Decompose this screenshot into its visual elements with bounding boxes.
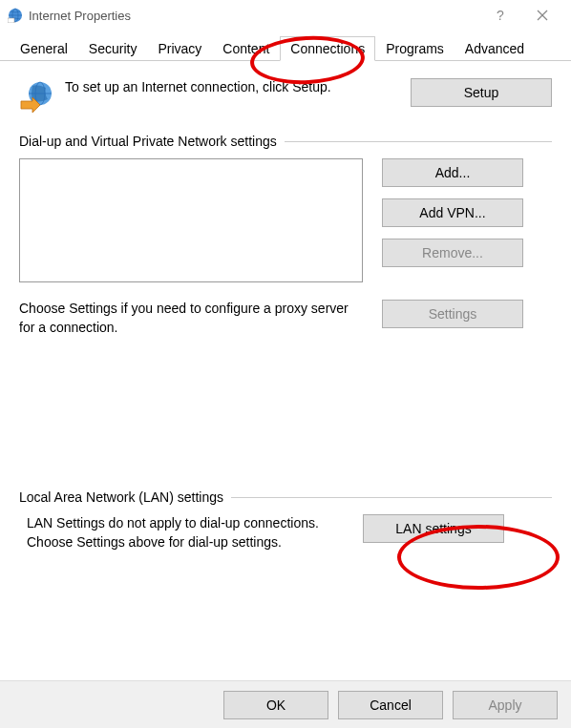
lan-description: LAN Settings do not apply to dial-up con… (19, 514, 344, 551)
apply-button[interactable]: Apply (453, 691, 558, 719)
tab-advanced[interactable]: Advanced (455, 36, 535, 60)
tab-privacy[interactable]: Privacy (147, 36, 212, 60)
dialog-button-bar: OK Cancel Apply (0, 680, 571, 728)
tab-programs[interactable]: Programs (375, 36, 455, 60)
divider (285, 141, 552, 142)
dialup-listbox[interactable] (19, 158, 363, 282)
tab-security[interactable]: Security (78, 36, 148, 60)
cancel-button[interactable]: Cancel (338, 691, 443, 719)
tab-content-area: To set up an Internet connection, click … (0, 61, 571, 569)
window-title: Internet Properties (29, 9, 479, 23)
setup-button[interactable]: Setup (411, 78, 552, 107)
remove-button[interactable]: Remove... (382, 239, 523, 267)
dialup-section-header: Dial-up and Virtual Private Network sett… (19, 134, 552, 149)
tab-general[interactable]: General (10, 36, 78, 60)
titlebar: Internet Properties ? (0, 0, 571, 31)
settings-description: Choose Settings if you need to configure… (19, 300, 363, 337)
help-button[interactable]: ? (479, 2, 521, 29)
tab-content[interactable]: Content (212, 36, 280, 60)
tab-connections[interactable]: Connections (280, 36, 375, 61)
internet-options-icon (8, 8, 23, 23)
lan-settings-button[interactable]: LAN settings (363, 514, 504, 543)
svg-rect-3 (8, 18, 14, 23)
lan-section-header: Local Area Network (LAN) settings (19, 489, 552, 505)
divider (231, 497, 552, 498)
settings-button[interactable]: Settings (382, 300, 523, 328)
globe-arrow-icon (19, 80, 53, 114)
add-vpn-button[interactable]: Add VPN... (382, 198, 523, 227)
tab-bar: General Security Privacy Content Connect… (0, 31, 571, 61)
add-button[interactable]: Add... (382, 158, 523, 187)
setup-description: To set up an Internet connection, click … (65, 78, 399, 97)
ok-button[interactable]: OK (223, 691, 328, 719)
close-button[interactable] (521, 2, 563, 29)
